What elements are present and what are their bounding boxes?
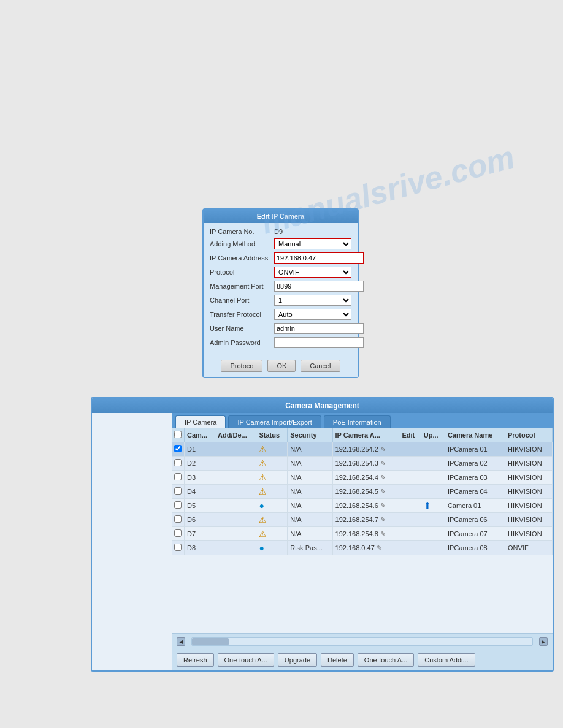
row-d7-up: [421, 527, 445, 541]
row-d2-status-icon: ⚠: [259, 458, 267, 468]
row-d3-add: [215, 471, 256, 485]
channel-port-select[interactable]: 1: [274, 295, 351, 306]
row-d2-edit-inline[interactable]: ✎: [380, 460, 386, 467]
one-touch-activate-button[interactable]: One-touch A...: [218, 653, 274, 667]
tab-poe-information[interactable]: PoE Information: [324, 415, 391, 428]
scroll-thumb: [192, 638, 229, 645]
row-d3-checkbox-cell: [172, 471, 185, 485]
delete-button[interactable]: Delete: [321, 653, 354, 667]
row-d8-status-icon: ●: [259, 543, 264, 553]
row-d3-ip: 192.168.254.4 ✎: [332, 471, 399, 485]
row-d8-ip: 192.168.0.47 ✎: [332, 541, 399, 555]
row-d6-ip: 192.168.254.7 ✎: [332, 513, 399, 527]
row-d8-name: IPCamera 08: [445, 541, 505, 555]
management-port-input[interactable]: [274, 281, 364, 292]
row-d1-status: ⚠: [256, 442, 288, 457]
scroll-right-arrow[interactable]: ▶: [539, 637, 548, 646]
row-d4-security: N/A: [288, 485, 332, 499]
row-d2-checkbox[interactable]: [174, 459, 182, 466]
table-header-row: Cam... Add/De... Status Security IP Came…: [172, 428, 553, 442]
row-d4-cam: D4: [185, 485, 215, 499]
row-d3-status: ⚠: [256, 471, 288, 485]
row-d7-cam: D7: [185, 527, 215, 541]
camera-table: Cam... Add/De... Status Security IP Came…: [172, 428, 553, 555]
row-d5-edit-inline[interactable]: ✎: [380, 502, 386, 509]
dialog-row-ip-camera-no: IP Camera No. D9: [210, 228, 351, 235]
row-d1-checkbox[interactable]: [174, 445, 182, 452]
scroll-track[interactable]: [191, 637, 533, 646]
row-d1-edit-inline[interactable]: ✎: [380, 446, 386, 453]
row-d8-security: Risk Pas...: [288, 541, 332, 555]
row-d3-protocol: HIKVISION: [505, 471, 553, 485]
user-name-input[interactable]: [274, 323, 364, 334]
value-ip-camera-no: D9: [274, 228, 351, 235]
ok-button[interactable]: OK: [267, 360, 296, 372]
col-protocol: Protocol: [505, 428, 553, 442]
dialog-row-ip-camera-address: IP Camera Address: [210, 252, 351, 264]
row-d5-security: N/A: [288, 499, 332, 513]
one-touch-add-button[interactable]: One-touch A...: [358, 653, 414, 667]
row-d4-protocol: HIKVISION: [505, 485, 553, 499]
row-d7-status-icon: ⚠: [259, 529, 267, 539]
row-d1-protocol: HIKVISION: [505, 442, 553, 457]
admin-password-input[interactable]: [274, 337, 364, 348]
select-all-checkbox[interactable]: [174, 431, 182, 438]
row-d1-add: —: [215, 442, 256, 457]
row-d6-protocol: HIKVISION: [505, 513, 553, 527]
row-d6-status: ⚠: [256, 513, 288, 527]
row-d5-checkbox-cell: [172, 499, 185, 513]
row-d8-checkbox[interactable]: [174, 544, 182, 551]
edit-ip-camera-dialog: Edit IP Camera IP Camera No. D9 Adding M…: [202, 208, 359, 378]
row-d5-cam: D5: [185, 499, 215, 513]
label-channel-port: Channel Port: [210, 297, 274, 304]
table-row: D4 ⚠ N/A 192.168.254.5 ✎ IPCamera 04 HIK…: [172, 485, 553, 499]
tab-ip-camera[interactable]: IP Camera: [175, 415, 226, 428]
label-user-name: User Name: [210, 325, 274, 332]
row-d8-edit-inline[interactable]: ✎: [377, 544, 382, 552]
row-d1-up: [421, 442, 445, 457]
main-content-area: IP Camera IP Camera Import/Export PoE In…: [172, 413, 553, 670]
tabs-row: IP Camera IP Camera Import/Export PoE In…: [172, 413, 553, 428]
tab-ip-camera-import-export[interactable]: IP Camera Import/Export: [228, 415, 321, 428]
row-d5-checkbox[interactable]: [174, 501, 182, 509]
table-row: D2 ⚠ N/A 192.168.254.3 ✎ IPCamera 02 HIK…: [172, 457, 553, 471]
row-d6-security: N/A: [288, 513, 332, 527]
protocol-select[interactable]: ONVIF: [274, 267, 351, 278]
row-d3-security: N/A: [288, 471, 332, 485]
row-d7-checkbox[interactable]: [174, 529, 182, 537]
row-d5-up-icon: ⬆: [424, 501, 431, 510]
row-d2-protocol: HIKVISION: [505, 457, 553, 471]
row-d6-checkbox[interactable]: [174, 515, 182, 523]
row-d2-checkbox-cell: [172, 457, 185, 471]
row-d2-edit: [399, 457, 421, 471]
transfer-protocol-select[interactable]: Auto: [274, 309, 351, 320]
row-d4-checkbox[interactable]: [174, 487, 182, 495]
row-d5-add: [215, 499, 256, 513]
table-row: D8 ● Risk Pas... 192.168.0.47 ✎ IPCamera…: [172, 541, 553, 555]
upgrade-button[interactable]: Upgrade: [278, 653, 317, 667]
row-d7-name: IPCamera 07: [445, 527, 505, 541]
row-d4-status: ⚠: [256, 485, 288, 499]
row-d3-cam: D3: [185, 471, 215, 485]
scroll-left-arrow[interactable]: ◀: [177, 637, 185, 646]
refresh-button[interactable]: Refresh: [177, 653, 214, 667]
cancel-button[interactable]: Cancel: [301, 360, 340, 372]
row-d7-edit-inline[interactable]: ✎: [380, 530, 386, 537]
row-d2-name: IPCamera 02: [445, 457, 505, 471]
custom-adding-button[interactable]: Custom Addi...: [418, 653, 475, 667]
adding-method-select[interactable]: Manual: [274, 238, 351, 249]
row-d3-edit-inline[interactable]: ✎: [380, 474, 386, 481]
row-d3-checkbox[interactable]: [174, 473, 182, 480]
row-d6-cam: D6: [185, 513, 215, 527]
row-d4-edit-inline[interactable]: ✎: [380, 488, 386, 495]
row-d3-edit: [399, 471, 421, 485]
ip-camera-address-input[interactable]: [274, 252, 364, 264]
row-d7-protocol: HIKVISION: [505, 527, 553, 541]
action-buttons-area: Refresh One-touch A... Upgrade Delete On…: [172, 650, 553, 670]
row-d5-protocol: HIKVISION: [505, 499, 553, 513]
row-d2-status: ⚠: [256, 457, 288, 471]
row-d6-edit-inline[interactable]: ✎: [380, 516, 386, 523]
col-up: Up...: [421, 428, 445, 442]
label-protocol: Protocol: [210, 268, 274, 276]
protoco-button[interactable]: Protoco: [221, 360, 262, 372]
